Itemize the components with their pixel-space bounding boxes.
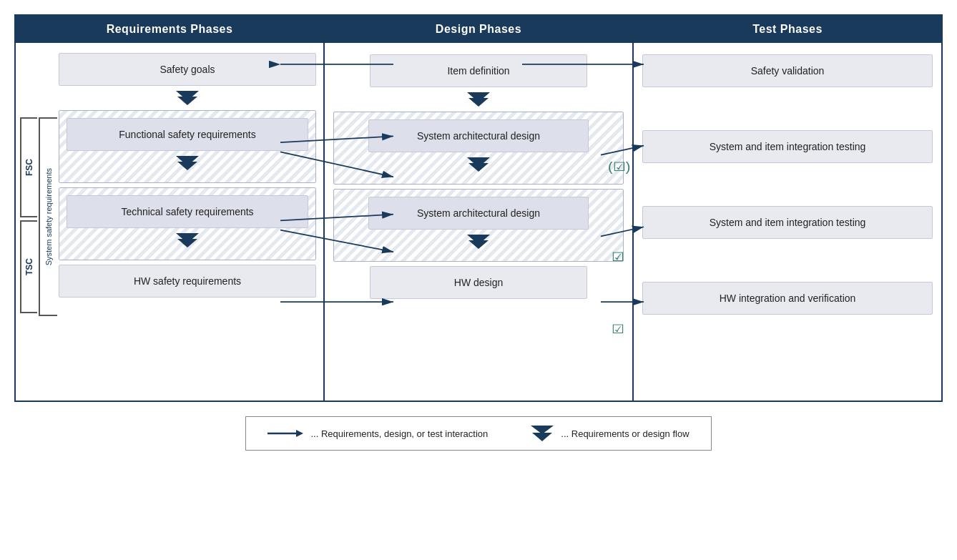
functional-safety-req-card: Functional safety requirements bbox=[67, 118, 308, 151]
chevron-2 bbox=[67, 155, 308, 171]
technical-safety-req-label: Technical safety requirements bbox=[121, 206, 253, 217]
legend-arrow-text: ... Requirements, design, or test intera… bbox=[310, 428, 488, 439]
requirements-column: Requirements Phases FSC TSC bbox=[16, 16, 325, 401]
chevron-3 bbox=[67, 232, 308, 248]
fsc-label: FSC bbox=[24, 159, 34, 176]
design-hatch-zone-2: System architectural design bbox=[333, 189, 624, 262]
sys-item-integration-2-label: System and item integration testing bbox=[710, 217, 866, 228]
svg-marker-3 bbox=[177, 162, 197, 170]
svg-marker-7 bbox=[468, 98, 489, 107]
svg-marker-9 bbox=[468, 163, 489, 172]
requirements-header: Requirements Phases bbox=[16, 16, 323, 43]
test-header: Test Phases bbox=[634, 16, 941, 43]
design-header: Design Phases bbox=[325, 16, 632, 43]
svg-marker-11 bbox=[468, 240, 489, 249]
safety-goals-label: Safety goals bbox=[160, 64, 215, 75]
hw-design-label: HW design bbox=[454, 277, 503, 288]
technical-safety-req-card: Technical safety requirements bbox=[67, 195, 308, 228]
legend: ... Requirements, design, or test intera… bbox=[245, 416, 711, 451]
diagram-wrapper: Requirements Phases FSC TSC bbox=[14, 14, 943, 402]
chevron-design-3 bbox=[341, 234, 616, 250]
design-hatch-zone-1: System architectural design bbox=[333, 112, 624, 185]
legend-chevron-text: ... Requirements or design flow bbox=[561, 428, 689, 439]
svg-marker-1 bbox=[177, 97, 197, 105]
phases-row: Requirements Phases FSC TSC bbox=[14, 14, 943, 402]
sys-arch-design-1-label: System architectural design bbox=[417, 130, 540, 142]
sys-safety-req-label: System safety requirements bbox=[44, 168, 53, 265]
legend-arrow: ... Requirements, design, or test intera… bbox=[268, 427, 488, 440]
sys-item-integration-1-label: System and item integration testing bbox=[710, 141, 866, 152]
item-definition-card: Item definition bbox=[370, 54, 588, 87]
chevron-design-1 bbox=[333, 92, 624, 107]
chevron-design-2 bbox=[341, 157, 616, 172]
test-body: Safety validation System and item integr… bbox=[634, 43, 941, 401]
safety-goals-card: Safety goals bbox=[59, 53, 316, 86]
item-definition-label: Item definition bbox=[447, 65, 509, 77]
hw-design-card: HW design bbox=[370, 266, 588, 299]
hw-integration-card: HW integration and verification bbox=[642, 282, 933, 315]
svg-marker-30 bbox=[532, 433, 552, 441]
svg-marker-28 bbox=[296, 430, 303, 437]
test-column: Test Phases Safety validation System and… bbox=[634, 16, 941, 401]
legend-chevron: ... Requirements or design flow bbox=[531, 426, 689, 441]
svg-marker-5 bbox=[177, 239, 197, 247]
sys-arch-design-2-label: System architectural design bbox=[417, 207, 540, 219]
chevron-1 bbox=[59, 90, 316, 106]
fsc-hatch-zone: Functional safety requirements bbox=[59, 110, 316, 183]
sys-item-integration-1-card: System and item integration testing bbox=[642, 130, 933, 163]
design-column: Design Phases Item definition bbox=[325, 16, 634, 401]
hw-integration-label: HW integration and verification bbox=[720, 293, 856, 304]
functional-safety-req-label: Functional safety requirements bbox=[119, 129, 255, 140]
design-body: Item definition System architectural des… bbox=[325, 43, 632, 401]
tsc-label: TSC bbox=[24, 258, 34, 275]
sys-arch-design-1-card: System architectural design bbox=[368, 119, 588, 152]
tsc-hatch-zone: Technical safety requirements bbox=[59, 187, 316, 260]
hw-safety-req-label: HW safety requirements bbox=[134, 275, 241, 287]
hw-safety-req-card: HW safety requirements bbox=[59, 265, 316, 298]
sys-arch-design-2-card: System architectural design bbox=[368, 197, 588, 230]
safety-validation-label: Safety validation bbox=[751, 65, 825, 77]
sys-item-integration-2-card: System and item integration testing bbox=[642, 206, 933, 239]
safety-validation-card: Safety validation bbox=[642, 54, 933, 87]
diagram-container: Requirements Phases FSC TSC bbox=[14, 14, 943, 451]
